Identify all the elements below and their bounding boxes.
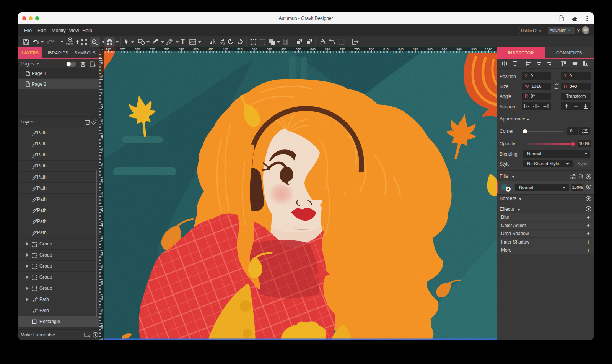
svg-text:600: 600 (281, 47, 286, 51)
svg-text:660: 660 (310, 47, 316, 51)
svg-text:360: 360 (100, 163, 104, 168)
svg-text:330: 330 (150, 47, 155, 51)
svg-text:750: 750 (354, 47, 360, 51)
svg-text:630: 630 (296, 47, 301, 51)
svg-text:540: 540 (100, 250, 104, 256)
svg-text:540: 540 (252, 47, 257, 51)
svg-text:960: 960 (456, 47, 462, 51)
svg-text:300: 300 (100, 133, 104, 139)
svg-text:660: 660 (100, 309, 104, 314)
svg-text:480: 480 (223, 47, 228, 51)
svg-text:780: 780 (369, 47, 374, 51)
svg-text:690: 690 (325, 47, 330, 51)
svg-text:450: 450 (208, 47, 213, 51)
svg-text:510: 510 (237, 47, 243, 51)
svg-text:240: 240 (100, 104, 104, 110)
svg-text:870: 870 (413, 47, 418, 51)
svg-text:1020: 1020 (485, 47, 492, 51)
svg-text:720: 720 (100, 338, 104, 340)
svg-text:330: 330 (100, 148, 104, 153)
svg-text:180: 180 (100, 75, 104, 80)
svg-text:630: 630 (100, 294, 104, 300)
svg-text:420: 420 (193, 47, 199, 51)
svg-text:840: 840 (398, 47, 404, 51)
svg-text:450: 450 (100, 206, 104, 212)
svg-text:510: 510 (100, 236, 104, 241)
svg-text:390: 390 (100, 177, 104, 183)
svg-text:570: 570 (100, 265, 104, 270)
svg-text:150: 150 (100, 60, 104, 66)
svg-text:300: 300 (135, 47, 140, 51)
svg-text:600: 600 (100, 280, 104, 285)
svg-text:690: 690 (100, 323, 104, 329)
svg-text:990: 990 (471, 47, 477, 51)
svg-text:px: px (100, 48, 103, 51)
svg-text:900: 900 (427, 47, 433, 51)
svg-text:420: 420 (100, 192, 104, 197)
svg-text:210: 210 (100, 89, 104, 95)
svg-text:270: 270 (120, 47, 125, 51)
svg-text:810: 810 (383, 47, 389, 51)
svg-text:930: 930 (442, 47, 447, 51)
svg-text:360: 360 (164, 47, 169, 51)
svg-text:270: 270 (100, 119, 104, 124)
svg-text:390: 390 (179, 47, 184, 51)
svg-text:570: 570 (267, 47, 272, 51)
svg-text:240: 240 (106, 47, 111, 51)
svg-text:480: 480 (100, 221, 104, 227)
svg-text:720: 720 (340, 47, 345, 51)
